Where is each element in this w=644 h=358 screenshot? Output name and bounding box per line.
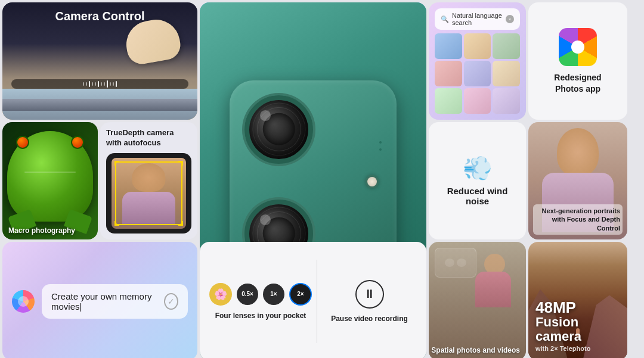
finger-graphic xyxy=(123,16,183,67)
search-clear-button[interactable]: × xyxy=(506,15,514,23)
truedepth-label: TrueDepth camera with autofocus xyxy=(106,128,191,148)
check-button[interactable]: ✓ xyxy=(164,293,178,310)
lens-2x[interactable]: 2× xyxy=(289,283,312,306)
feature-grid: Camera Control xyxy=(0,0,644,358)
lens-top xyxy=(244,95,313,164)
redesigned-photos-card: RedesignedPhotos app xyxy=(528,2,627,120)
phone-mockup xyxy=(106,153,191,234)
spatial-card: Spatial photos and videos xyxy=(429,242,526,358)
pause-button[interactable]: ⏸ xyxy=(355,280,384,309)
camera-control-title: Camera Control xyxy=(2,10,197,23)
flash-unit xyxy=(366,175,379,188)
lenses-section: 🌸 0.5× 1× 2× Four lenses in your pocket xyxy=(209,283,312,320)
section-divider xyxy=(317,260,317,343)
lens-1x[interactable]: 1× xyxy=(263,284,284,305)
camera-control-card: Camera Control xyxy=(2,2,197,120)
macro-photography-card: Macro photography xyxy=(2,122,98,239)
search-bar[interactable]: 🔍 Natural language search × xyxy=(435,8,520,30)
memory-text: Create your own memory movies| xyxy=(51,291,164,312)
fusion-camera-card: 48MP Fusion camera with 2× Telephoto xyxy=(528,242,627,358)
fusion-sub-label: with 2× Telephoto xyxy=(535,345,627,352)
lens-0-5x[interactable]: 0.5× xyxy=(237,284,258,305)
pause-label: Pause video recording xyxy=(331,315,408,323)
portraits-label: Next-generation portraits with Focus and… xyxy=(533,204,623,235)
portraits-card: Next-generation portraits with Focus and… xyxy=(528,122,627,239)
frog-body xyxy=(7,131,93,222)
reduced-wind-card: 💨 Reduced wind noise xyxy=(429,122,526,239)
memory-input-box[interactable]: Create your own memory movies| ✓ xyxy=(42,284,188,319)
macro-label: Macro photography xyxy=(8,226,75,235)
lenses-pause-card: 🌸 0.5× 1× 2× Four lenses in your pocket … xyxy=(200,242,426,358)
search-text: Natural language search xyxy=(452,12,503,26)
memory-movies-card[interactable]: Create your own memory movies| ✓ xyxy=(2,242,197,358)
pause-section: ⏸ Pause video recording xyxy=(322,280,417,323)
macro-lens-icon: 🌸 xyxy=(209,283,232,306)
camera-slider xyxy=(11,79,188,89)
lenses-label: Four lenses in your pocket xyxy=(215,312,306,320)
natural-search-card: 🔍 Natural language search × xyxy=(429,2,526,120)
siri-icon xyxy=(12,290,35,313)
truedepth-card: TrueDepth camera with autofocus xyxy=(100,122,197,239)
fusion-camera-label: Fusion camera xyxy=(535,315,627,344)
search-magnifier-icon: 🔍 xyxy=(441,15,449,23)
fusion-mp-label: 48MP xyxy=(535,300,627,315)
wind-noise-label: Reduced wind noise xyxy=(438,186,516,206)
fusion-text: 48MP Fusion camera with 2× Telephoto xyxy=(535,300,627,352)
redesigned-photos-label: RedesignedPhotos app xyxy=(554,72,601,94)
wind-icon: 💨 xyxy=(463,156,493,180)
photos-app-icon xyxy=(559,28,597,66)
spatial-label: Spatial photos and videos xyxy=(431,346,520,354)
